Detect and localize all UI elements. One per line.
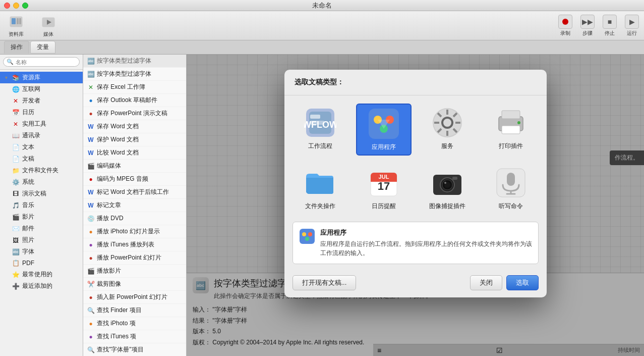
sidebar-search: 🔍 ✕ (0, 55, 83, 70)
action-item-play-ppt[interactable]: ● 播放 PowerPoint 幻灯片 (83, 251, 186, 265)
sidebar-item-system[interactable]: ⚙️ 系统 (0, 176, 83, 188)
action-item-compare-word[interactable]: W 比较 Word 文档 (83, 146, 186, 160)
iphoto-play-icon: ● (87, 228, 94, 235)
sidebar-item-internet[interactable]: 🌐 互联网 (0, 83, 83, 95)
contacts-icon: 📖 (12, 132, 20, 140)
sidebar-item-added[interactable]: ➕ 最近添加的 (0, 280, 83, 292)
record-btn[interactable]: 录制 (558, 15, 572, 37)
sidebar-item-docs[interactable]: 📄 文稿 (0, 153, 83, 165)
dialog-overlay: 选取文稿类型： WFLOW (187, 55, 644, 356)
sidebar-item-photos[interactable]: 🖼 照片 (0, 234, 83, 246)
action-item-insert-ppt[interactable]: ● 插入新 PowerPoint 幻灯片 (83, 291, 186, 304)
action-item-flag-word[interactable]: W 标记 Word 文档于后续工作 (83, 186, 186, 199)
action-list-header: 🔤 按字体类型过滤字体 (83, 55, 186, 68)
minimize-button[interactable] (13, 3, 19, 9)
search-wrap: 🔍 ✕ (3, 57, 80, 67)
action-item-play-iphoto[interactable]: ● 播放 iPhoto 幻灯片显示 (83, 225, 186, 238)
sidebar-item-presentations[interactable]: 🎞 演示文稿 (0, 188, 83, 199)
svg-point-45 (302, 232, 306, 236)
action-item-protect-word[interactable]: W 保护 Word 文档 (83, 133, 186, 146)
maximize-button[interactable] (22, 3, 28, 9)
sidebar-item-mail[interactable]: ✉️ 邮件 (0, 223, 83, 234)
doc-type-image-capture[interactable]: 图像捕捉插件 (420, 164, 475, 214)
doc-type-application[interactable]: 应用程序 (356, 104, 412, 156)
media-label: 媒体 (43, 31, 53, 38)
sidebar-item-contacts[interactable]: 📖 通讯录 (0, 130, 83, 141)
mail-icon: ✉️ (12, 225, 20, 233)
action-item-find-fontbook[interactable]: 🔍 查找"字体册"项目 (83, 343, 186, 356)
folder-action-label: 文件夹操作 (305, 202, 335, 211)
dialog-btn-group: 关闭 选取 (470, 275, 539, 290)
action-item-play-dvd[interactable]: 💿 播放 DVD (83, 212, 186, 225)
music-icon: 🎵 (12, 201, 20, 210)
desc-text: 应用程序是自运行的工作流程。拖到应用程序上的任何文件或文件夹均将作为该工作流程的… (320, 239, 532, 258)
doc-type-service[interactable]: 服务 (420, 104, 475, 156)
svg-point-38 (444, 182, 446, 184)
sidebar-item-utilities[interactable]: ✕ 实用工具 (0, 118, 83, 130)
step-btn[interactable]: ▶▶ 步骤 (580, 15, 595, 37)
library-icon (8, 14, 24, 30)
movie-play-icon: 🎬 (87, 268, 94, 275)
dictation-label: 听写命令 (499, 202, 523, 211)
action-item-save-outlook[interactable]: ● 保存 Outlook 草稿邮件 (83, 94, 186, 107)
close-button[interactable] (4, 3, 10, 9)
doc-type-workflow[interactable]: WFLOW 工作流程 (292, 104, 348, 156)
toolbar: 资料库 媒体 录制 ▶▶ 步骤 ■ 停止 ▶ 运行 (0, 11, 644, 40)
doc-type-dictation[interactable]: 听写命令 (483, 164, 539, 214)
toolbar-media-btn[interactable]: 媒体 (37, 13, 60, 39)
action-item-encode-mpeg[interactable]: ● 编码为 MPEG 音频 (83, 173, 186, 186)
sidebar-item-text[interactable]: 📄 文本 (0, 141, 83, 153)
tab-actions[interactable]: 操作 (4, 41, 29, 54)
sidebar-item-library[interactable]: ▼ 📚 资源库 (0, 72, 83, 83)
desc-name: 应用程序 (320, 228, 532, 237)
utilities-icon: ✕ (12, 120, 20, 128)
action-item-flag-article[interactable]: W 标记文章 (83, 199, 186, 212)
sidebar-item-music[interactable]: 🎵 音乐 (0, 199, 83, 211)
dictation-icon (495, 167, 527, 199)
svg-point-28 (517, 121, 520, 124)
crop-icon: ✂️ (87, 281, 94, 288)
doc-type-calendar-alarm[interactable]: JUL 17 日历提醒 (356, 164, 412, 214)
sidebar-item-movies[interactable]: 🎬 影片 (0, 211, 83, 223)
dvd-icon: 💿 (87, 215, 94, 222)
tab-variables[interactable]: 变量 (30, 41, 55, 54)
svg-rect-2 (17, 18, 19, 24)
docs-icon: 📄 (12, 155, 20, 163)
sidebar-item-calendar[interactable]: 📅 日历 (0, 107, 83, 118)
sidebar-item-developer[interactable]: ✕ 开发者 (0, 95, 83, 107)
svg-text:17: 17 (377, 180, 389, 192)
open-existing-button[interactable]: 打开现有文稿... (292, 275, 357, 290)
sidebar-item-files[interactable]: 📁 文件和文件夹 (0, 165, 83, 176)
choose-button[interactable]: 选取 (506, 275, 539, 290)
sidebar-item-recent[interactable]: ⭐ 最常使用的 (0, 269, 83, 280)
action-item-find-iphoto[interactable]: ● 查找 iPhoto 项 (83, 317, 186, 330)
desc-icon (299, 228, 315, 244)
sidebar-item-fonts[interactable]: 🔤 字体 (0, 246, 83, 258)
sidebar-item-pdf[interactable]: 📋 PDF (0, 258, 83, 269)
action-item-save-ppt[interactable]: ● 保存 PowerPoint 演示文稿 (83, 107, 186, 120)
action-item-filter-font[interactable]: 🔤 按字体类型过滤字体 (83, 68, 186, 81)
toolbar-library-btn[interactable]: 资料库 (5, 13, 27, 39)
recent-icon: ⭐ (12, 271, 20, 279)
search-input[interactable] (16, 59, 83, 65)
svg-rect-44 (300, 229, 315, 244)
run-btn[interactable]: ▶ 运行 (625, 15, 639, 37)
action-item-save-excel[interactable]: ✕ 保存 Excel 工作簿 (83, 81, 186, 94)
action-item-save-word[interactable]: W 保存 Word 文档 (83, 120, 186, 133)
desc-content: 应用程序 应用程序是自运行的工作流程。拖到应用程序上的任何文件或文件夹均将作为该… (320, 228, 532, 258)
doc-type-folder-action[interactable]: 文件夹操作 (292, 164, 348, 214)
svg-point-47 (305, 237, 309, 241)
stop-btn[interactable]: ■ 停止 (603, 15, 617, 37)
stop-icon: ■ (603, 15, 617, 29)
action-item-find-finder[interactable]: 🔍 查找 Finder 项目 (83, 304, 186, 317)
action-item-play-movie[interactable]: 🎬 播放影片 (83, 265, 186, 278)
sidebar-tree: ▼ 📚 资源库 🌐 互联网 ✕ 开发者 📅 日历 ✕ (0, 70, 83, 356)
action-item-encode-media[interactable]: 🎬 编码媒体 (83, 160, 186, 173)
action-item-find-itunes[interactable]: ● 查找 iTunes 项 (83, 330, 186, 343)
doc-type-print-plugin[interactable]: 打印插件 (483, 104, 539, 156)
action-item-play-itunes[interactable]: ● 播放 iTunes 播放列表 (83, 238, 186, 251)
movies-icon: 🎬 (12, 213, 20, 221)
toolbar-right: 录制 ▶▶ 步骤 ■ 停止 ▶ 运行 (558, 15, 639, 37)
close-button[interactable]: 关闭 (470, 275, 502, 290)
action-item-crop-image[interactable]: ✂️ 裁剪图像 (83, 278, 186, 291)
